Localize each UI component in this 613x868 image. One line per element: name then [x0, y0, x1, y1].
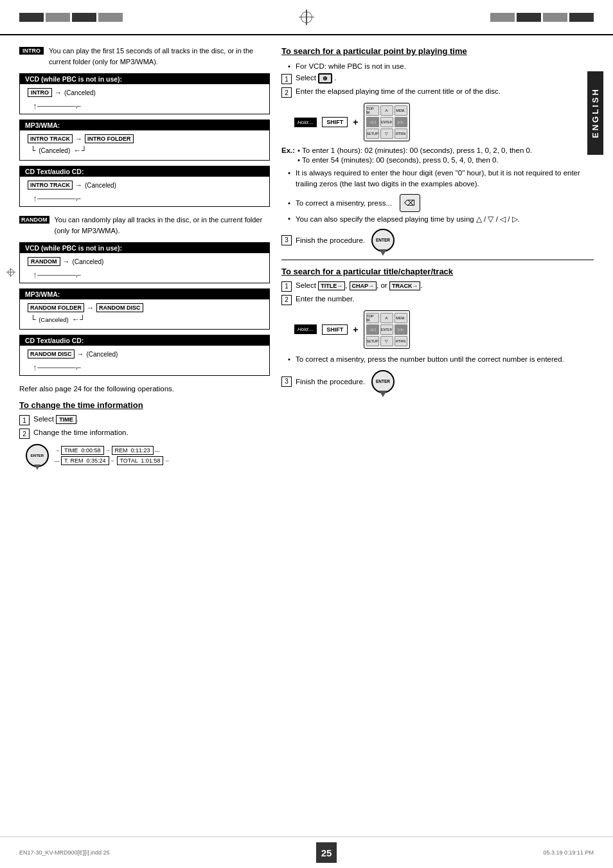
- intro-vcd-header: VCD (while PBC is not in use):: [20, 74, 269, 84]
- file-info: EN17-30_KV-MRD900[E][i].indd 25: [19, 849, 110, 856]
- enter-circle: ENTER: [26, 444, 49, 467]
- random-description: You can randomly play all tracks in the …: [55, 215, 271, 236]
- search-time-title: To search for a particular point by play…: [281, 46, 594, 57]
- intro-vcd-canceled: (Canceled): [64, 89, 96, 96]
- date-info: 05.3.19 0:19:11 PM: [543, 849, 594, 856]
- search-title-step1: 1 Select TITLE→, CHAP→, or TRACK→.: [281, 281, 594, 292]
- time-box-3: T. REM 0:35:24: [61, 456, 109, 465]
- search-title-step3: 3 Finish the procedure. ENTER: [281, 370, 594, 393]
- intro-vcd-table: VCD (while PBC is not in use): INTRO → (…: [19, 73, 270, 114]
- divider: [281, 260, 594, 260]
- deco-block-8: [569, 13, 594, 22]
- note-3: • You can also specify the elapsed playi…: [288, 215, 594, 224]
- time-box-4: TOTAL 1:01:58: [117, 456, 164, 465]
- search-time-section: To search for a particular point by play…: [281, 46, 594, 393]
- deco-block-1: [19, 13, 44, 22]
- remote-keypad-1: TOP M. A MEM. ◁◁ ENTER ▷▷ SETUP ▽ RTRN: [364, 103, 410, 141]
- intro-mp3-table: MP3/WMA: INTRO TRACK → INTRO FOLDER └ (C…: [19, 120, 270, 161]
- title-note-1: • To correct a misentry, press the numbe…: [288, 354, 594, 365]
- intro-cd-body: INTRO TRACK → (Canceled): [20, 177, 269, 193]
- deco-block-5: [490, 13, 515, 22]
- random-label: RANDOM: [19, 216, 49, 224]
- time-box-2: REM 0:11:23: [112, 446, 154, 455]
- intro-vcd-btn: INTRO: [28, 88, 52, 97]
- random-vcd-body: RANDOM → (Canceled): [20, 253, 269, 270]
- random-mp3-table: MP3/WMA: RANDOM FOLDER → RANDOM DISC └ (…: [19, 288, 270, 330]
- random-cd-header: CD Text/audio CD:: [20, 335, 269, 346]
- change-time-title: To change the time information: [19, 400, 270, 410]
- random-cd-table: CD Text/audio CD: RANDOM DISC → (Cancele…: [19, 335, 270, 376]
- intro-cd-header: CD Text/audio CD:: [20, 166, 269, 177]
- bottom-bar: EN17-30_KV-MRD900[E][i].indd 25 25 05.3.…: [0, 837, 613, 868]
- intro-mp3-body: INTRO TRACK → INTRO FOLDER └ (Canceled) …: [20, 130, 269, 160]
- top-header: [0, 0, 613, 35]
- refer-text: Refer also page 24 for the following ope…: [19, 385, 270, 393]
- search-title-heading: To search for a particular title/chapter…: [281, 267, 594, 276]
- shift-btn-2: SHIFT: [322, 324, 348, 335]
- intro-description: You can play the first 15 seconds of all…: [49, 46, 270, 67]
- top-right-blocks: [490, 13, 594, 22]
- enter-btn-3: ENTER: [371, 229, 395, 252]
- search-time-step1: 1 Select ⊕ .: [281, 74, 594, 84]
- intro-vcd-arrow: →: [55, 89, 62, 96]
- random-vcd-table: VCD (while PBC is not in use): RANDOM → …: [19, 242, 270, 283]
- shift-btn-1: SHIFT: [322, 117, 348, 127]
- intro-vcd-body: INTRO → (Canceled): [20, 84, 269, 101]
- change-time-step1: 1 Select TIME.: [19, 415, 270, 425]
- random-mp3-body: RANDOM FOLDER → RANDOM DISC └ (Canceled)…: [20, 299, 269, 329]
- deco-block-3: [72, 13, 96, 22]
- search-title-section: To search for a particular title/chapter…: [281, 267, 594, 393]
- time-box-1: TIME 0:00:58: [61, 446, 104, 455]
- deco-block-4: [98, 13, 123, 22]
- deco-block-6: [517, 13, 541, 22]
- search-title-step2: 2 Enter the number.: [281, 295, 594, 305]
- note-1: • It is always required to enter the hou…: [288, 168, 594, 190]
- page-number: 25: [316, 842, 337, 863]
- deco-block-7: [543, 13, 567, 22]
- time-diagram: ENTER → TIME 0:00:58 → REM 0:11:23 — —: [26, 444, 270, 467]
- hold-label-1: Hold....: [294, 118, 317, 127]
- intro-mp3-header: MP3/WMA:: [20, 120, 269, 130]
- step1-text: Select TIME.: [33, 415, 78, 423]
- enter-btn-final: ENTER: [371, 370, 395, 393]
- remote-illus-1: Hold.... SHIFT + TOP M. A MEM. ◁◁ ENTER …: [294, 103, 594, 141]
- top-center-crosshair: [299, 10, 314, 25]
- hold-label-2: Hold....: [294, 324, 317, 334]
- remote-illus-2: Hold.... SHIFT + TOP M. A MEM. ◁◁ ENTER …: [294, 310, 594, 349]
- note-2: • To correct a misentry, press... ⌫: [288, 194, 594, 212]
- intro-label: INTRO: [19, 47, 44, 55]
- intro-section: INTRO You can play the first 15 seconds …: [19, 46, 270, 67]
- random-vcd-header: VCD (while PBC is not in use):: [20, 243, 269, 253]
- left-column: INTRO You can play the first 15 seconds …: [19, 46, 270, 467]
- search-time-bullet1: • For VCD: while PBC is not in use.: [288, 62, 594, 70]
- deco-block-2: [46, 13, 70, 22]
- random-mp3-header: MP3/WMA:: [20, 289, 269, 299]
- search-time-step2: 2 Enter the elapsed playing time of the …: [281, 87, 594, 98]
- intro-cd-table: CD Text/audio CD: INTRO TRACK → (Cancele…: [19, 166, 270, 207]
- right-column: ENGLISH To search for a particular point…: [281, 46, 594, 467]
- search-time-step3: 3 Finish the procedure. ENTER: [281, 229, 594, 252]
- change-time-step2: 2 Change the time information.: [19, 429, 270, 439]
- examples: Ex.: • To enter 1 (hours): 02 (minutes):…: [281, 146, 594, 164]
- random-section: RANDOM You can randomly play all tracks …: [19, 215, 270, 236]
- random-cd-body: RANDOM DISC → (Canceled): [20, 346, 269, 362]
- change-time-section: To change the time information 1 Select …: [19, 400, 270, 467]
- step2-text: Change the time information.: [33, 429, 129, 436]
- remote-keypad-2: TOP M. A MEM. ◁◁ ENTER ▷▷ SETUP ▽ RTRN: [364, 310, 410, 349]
- top-left-blocks: [19, 13, 123, 22]
- english-tab: ENGLISH: [587, 71, 603, 155]
